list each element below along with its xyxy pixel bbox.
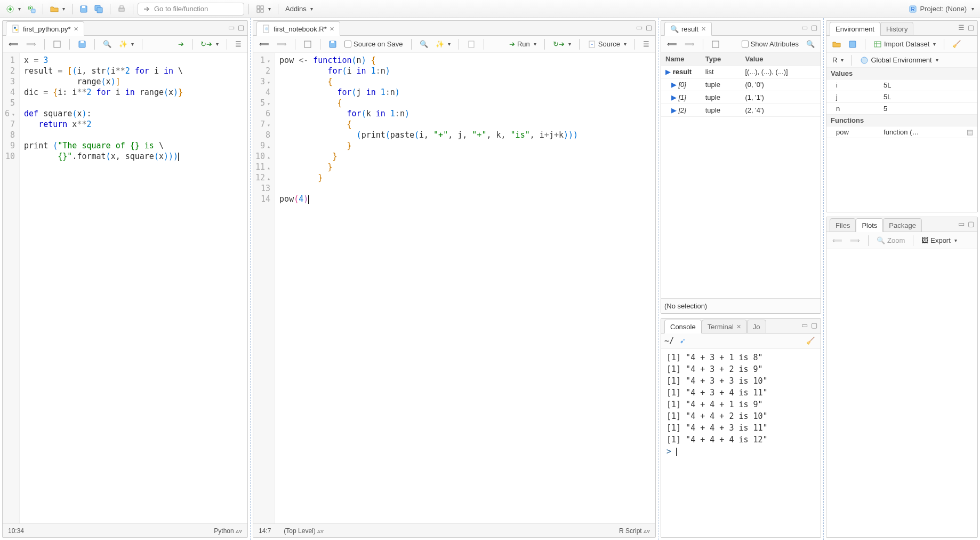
tab-environment[interactable]: Environment: [830, 22, 880, 36]
inspector-row[interactable]: ▶ [2]: [661, 104, 701, 117]
new-project-button[interactable]: [25, 3, 38, 15]
search-icon[interactable]: 🔍: [804, 38, 817, 50]
forward-button[interactable]: ⟹: [23, 38, 39, 50]
source-button[interactable]: Source: [585, 38, 629, 50]
maximize-icon[interactable]: ▢: [968, 23, 974, 31]
grid-view-button[interactable]: [253, 3, 274, 15]
minimize-icon[interactable]: ▭: [801, 321, 808, 329]
tab-files[interactable]: Files: [830, 218, 856, 232]
forward-button[interactable]: ⟹: [682, 38, 697, 50]
maximize-icon[interactable]: ▢: [811, 321, 817, 329]
outline-button[interactable]: ☰: [232, 38, 244, 50]
minimize-icon[interactable]: ▭: [228, 23, 235, 31]
forward-button[interactable]: ⟹: [274, 38, 290, 50]
find-button[interactable]: 🔍: [100, 38, 114, 50]
show-in-new-window-button[interactable]: [50, 38, 64, 50]
scope-global[interactable]: Global Environment: [857, 54, 941, 66]
source-on-save-check[interactable]: Source on Save: [342, 38, 406, 50]
scope-selector[interactable]: (Top Level) ▵▿: [284, 527, 324, 535]
minimize-icon[interactable]: ▭: [958, 220, 965, 228]
import-dataset-button[interactable]: Import Dataset: [871, 38, 938, 50]
inspector-row[interactable]: ▶ [1]: [661, 91, 701, 104]
rerun-button[interactable]: ↻➔: [198, 38, 221, 50]
goto-wd-icon[interactable]: ➹: [677, 335, 688, 346]
maximize-icon[interactable]: ▢: [811, 23, 817, 31]
save-button[interactable]: [326, 38, 340, 50]
save-workspace-button[interactable]: [846, 38, 859, 50]
svg-rect-8: [120, 6, 123, 8]
close-icon[interactable]: ✕: [330, 26, 334, 33]
lang-selector[interactable]: Python ▵▿: [214, 527, 242, 535]
wand-button[interactable]: ✨: [116, 38, 136, 50]
tab-packages[interactable]: Package: [883, 218, 922, 232]
clear-env-icon[interactable]: 🧹: [950, 38, 963, 50]
tab-first-python[interactable]: first_python.py* ✕: [6, 21, 84, 36]
minimize-icon[interactable]: ▭: [801, 23, 808, 31]
scope-r[interactable]: R: [830, 54, 846, 66]
col-name[interactable]: Name: [661, 53, 701, 66]
print-button[interactable]: [115, 3, 128, 15]
tab-plots[interactable]: Plots: [856, 218, 883, 232]
lang-selector[interactable]: R Script ▵▿: [619, 527, 650, 535]
next-plot-button[interactable]: ⟹: [847, 235, 863, 246]
values-header: Values: [826, 68, 977, 80]
prev-plot-button[interactable]: ⟸: [830, 235, 845, 246]
addins-menu[interactable]: Addins: [283, 3, 316, 14]
new-file-button[interactable]: [3, 3, 23, 15]
show-in-new-window-button[interactable]: [709, 38, 722, 50]
back-button[interactable]: ⟸: [664, 38, 680, 50]
open-file-button[interactable]: [47, 3, 68, 15]
close-icon[interactable]: ✕: [736, 323, 741, 330]
tab-jobs[interactable]: Jo: [747, 320, 766, 333]
col-type[interactable]: Type: [701, 53, 741, 66]
zoom-button[interactable]: 🔍 Zoom: [874, 235, 907, 246]
show-in-new-window-button[interactable]: [301, 38, 315, 50]
run-button[interactable]: ➔ Run: [507, 38, 539, 50]
minimize-icon[interactable]: ▭: [636, 23, 642, 31]
save-all-button[interactable]: [92, 3, 106, 15]
editor1-body[interactable]: 123456▾78910 x = 3result = [(i, str(i**2…: [3, 53, 247, 523]
tab-history[interactable]: History: [880, 22, 913, 36]
editor2-body[interactable]: 1▾23▾45▾67▾89▴10▴11▴12▴1314 pow <- funct…: [253, 53, 655, 523]
tab-inspector[interactable]: 🔍 result ✕: [664, 22, 712, 36]
close-icon[interactable]: ✕: [701, 26, 706, 33]
notebook-button[interactable]: [464, 38, 478, 50]
close-icon[interactable]: ✕: [74, 26, 78, 33]
console-output[interactable]: [1] "4 + 3 + 1 is 8"[1] "4 + 3 + 2 is 9"…: [661, 348, 821, 537]
inspector-row[interactable]: ▶ result: [661, 66, 701, 78]
maximize-icon[interactable]: ▢: [238, 23, 244, 31]
show-attributes-check[interactable]: Show Attributes: [739, 38, 801, 50]
r-file-icon: [262, 25, 271, 33]
run-line-button[interactable]: ➔: [175, 38, 187, 50]
rerun-button[interactable]: ↻➔: [550, 38, 574, 50]
list-view-icon[interactable]: ☰: [958, 23, 965, 31]
goto-file-input[interactable]: Go to file/function: [138, 3, 244, 15]
find-button[interactable]: 🔍: [417, 38, 431, 50]
tab-terminal[interactable]: Terminal ✕: [702, 320, 747, 333]
maximize-icon[interactable]: ▢: [968, 220, 974, 228]
tab-title: first_notebook.R*: [274, 25, 327, 33]
svg-rect-28: [712, 41, 719, 47]
project-label: Project: (None): [920, 5, 967, 13]
clear-console-icon[interactable]: 🧹: [804, 335, 817, 346]
save-button[interactable]: [75, 38, 89, 50]
back-button[interactable]: ⟸: [6, 38, 21, 50]
env-row[interactable]: n5: [826, 103, 977, 115]
export-button[interactable]: 🖼 Export: [919, 235, 960, 246]
project-menu[interactable]: RProject: (None): [906, 3, 977, 15]
svg-rect-20: [81, 41, 84, 43]
env-row[interactable]: j5L: [826, 91, 977, 103]
load-workspace-button[interactable]: [830, 38, 844, 50]
env-row[interactable]: powfunction (… ▤: [826, 126, 977, 138]
env-row[interactable]: i5L: [826, 80, 977, 91]
outline-button[interactable]: ☰: [640, 38, 652, 50]
tab-first-notebook[interactable]: first_notebook.R* ✕: [256, 21, 340, 36]
maximize-icon[interactable]: ▢: [646, 23, 652, 31]
save-button[interactable]: [77, 3, 91, 15]
tab-console[interactable]: Console: [664, 320, 702, 333]
inspector-row[interactable]: ▶ [0]: [661, 78, 701, 91]
back-button[interactable]: ⟸: [256, 38, 272, 50]
wand-button[interactable]: ✨: [433, 38, 453, 50]
col-value[interactable]: Value: [741, 53, 821, 66]
cursor-position: 14:7: [259, 527, 271, 535]
